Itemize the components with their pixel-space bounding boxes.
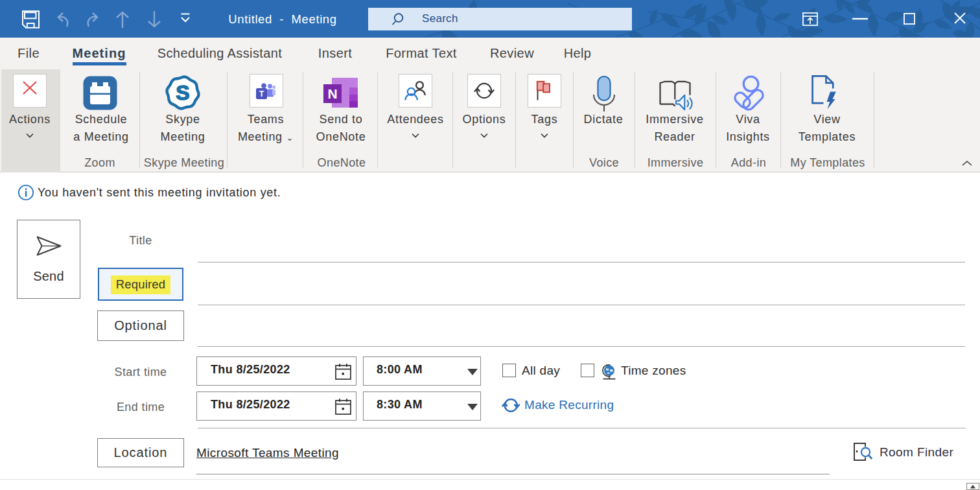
svg-text:S: S xyxy=(176,81,189,104)
svg-text:N: N xyxy=(327,86,337,101)
svg-text:T: T xyxy=(259,89,264,99)
